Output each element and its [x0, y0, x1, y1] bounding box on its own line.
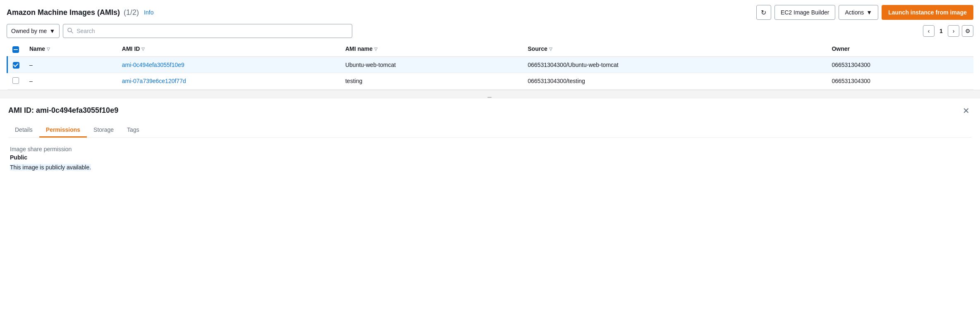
sort-ami-name-icon: ▽ — [374, 47, 378, 51]
detail-tabs: Details Permissions Storage Tags — [8, 123, 972, 138]
cell-name: – — [24, 57, 117, 73]
col-ami-id[interactable]: AMI ID ▽ — [117, 41, 340, 57]
detail-header: AMI ID: ami-0c494efa3055f10e9 ✕ — [8, 105, 972, 116]
search-box — [63, 24, 352, 38]
cell-owner: 066531304300 — [827, 57, 973, 73]
toolbar: Owned by me ▼ ‹ 1 › ⚙ — [7, 24, 973, 38]
cell-ami-name: testing — [340, 73, 523, 89]
detail-panel: AMI ID: ami-0c494efa3055f10e9 ✕ Details … — [0, 98, 980, 177]
ec2-image-builder-button[interactable]: EC2 Image Builder — [774, 5, 836, 20]
cell-source: 066531304300/testing — [523, 73, 827, 89]
table-header-row: Name ▽ AMI ID ▽ AMI name ▽ — [7, 41, 974, 57]
settings-icon: ⚙ — [965, 28, 970, 34]
cell-source: 066531304300/Ubuntu-web-tomcat — [523, 57, 827, 73]
col-owner: Owner — [827, 41, 973, 57]
drag-handle-icon: ⎯ — [488, 90, 492, 98]
row-checkbox-checked — [13, 62, 19, 69]
row-checkbox-cell[interactable] — [7, 57, 25, 73]
cell-ami-name: Ubuntu-web-tomcat — [340, 57, 523, 73]
svg-line-1 — [71, 31, 73, 33]
sort-ami-id-icon: ▽ — [141, 47, 145, 51]
permission-value: Public — [10, 154, 970, 161]
sort-source-icon: ▽ — [549, 47, 552, 51]
table-row[interactable]: – ami-07a739e6ce120f77d testing 06653130… — [7, 73, 974, 89]
column-settings-button[interactable]: ⚙ — [962, 25, 973, 37]
filter-chevron-icon: ▼ — [49, 28, 55, 34]
tab-permissions[interactable]: Permissions — [39, 123, 87, 138]
sort-name-icon: ▽ — [47, 47, 50, 51]
pagination: ‹ 1 › ⚙ — [923, 25, 973, 37]
header-actions: ↻ EC2 Image Builder Actions ▼ Launch ins… — [756, 5, 973, 20]
tab-tags[interactable]: Tags — [120, 123, 146, 138]
panel-divider[interactable]: ⎯ — [0, 90, 980, 98]
cell-ami-id[interactable]: ami-0c494efa3055f10e9 — [117, 57, 340, 73]
launch-instance-button[interactable]: Launch instance from image — [882, 5, 973, 20]
row-checkbox-cell[interactable] — [7, 73, 25, 89]
permission-label: Image share permission — [10, 146, 970, 152]
row-checkbox-unchecked — [12, 77, 19, 84]
page-title: Amazon Machine Images (AMIs) (1/2) — [7, 8, 139, 17]
actions-chevron-icon: ▼ — [866, 9, 872, 16]
ami-table: Name ▽ AMI ID ▽ AMI name ▽ — [7, 41, 973, 90]
next-page-button[interactable]: › — [948, 25, 959, 37]
cell-ami-id[interactable]: ami-07a739e6ce120f77d — [117, 73, 340, 89]
actions-button[interactable]: Actions ▼ — [839, 5, 878, 20]
count-badge: (1/2) — [124, 8, 139, 17]
prev-page-button[interactable]: ‹ — [923, 25, 935, 37]
info-link[interactable]: Info — [144, 9, 153, 16]
col-source[interactable]: Source ▽ — [523, 41, 827, 57]
refresh-icon: ↻ — [761, 9, 766, 17]
filter-dropdown[interactable]: Owned by me ▼ — [7, 24, 60, 38]
page-number: 1 — [937, 28, 945, 34]
select-all-header[interactable] — [7, 41, 25, 57]
search-input[interactable] — [76, 28, 348, 34]
cell-owner: 066531304300 — [827, 73, 973, 89]
tab-storage[interactable]: Storage — [87, 123, 120, 138]
detail-title: AMI ID: ami-0c494efa3055f10e9 — [8, 106, 118, 115]
col-ami-name[interactable]: AMI name ▽ — [340, 41, 523, 57]
permission-note: This image is publicly available. — [10, 164, 91, 171]
refresh-button[interactable]: ↻ — [756, 5, 771, 20]
cell-name: – — [24, 73, 117, 89]
close-detail-button[interactable]: ✕ — [960, 105, 972, 116]
col-name[interactable]: Name ▽ — [24, 41, 117, 57]
header-checkbox-indeterminate — [12, 46, 19, 53]
permissions-content: Image share permission Public This image… — [8, 146, 972, 171]
table-row[interactable]: – ami-0c494efa3055f10e9 Ubuntu-web-tomca… — [7, 57, 974, 73]
search-icon — [67, 28, 73, 35]
tab-details[interactable]: Details — [8, 123, 39, 138]
